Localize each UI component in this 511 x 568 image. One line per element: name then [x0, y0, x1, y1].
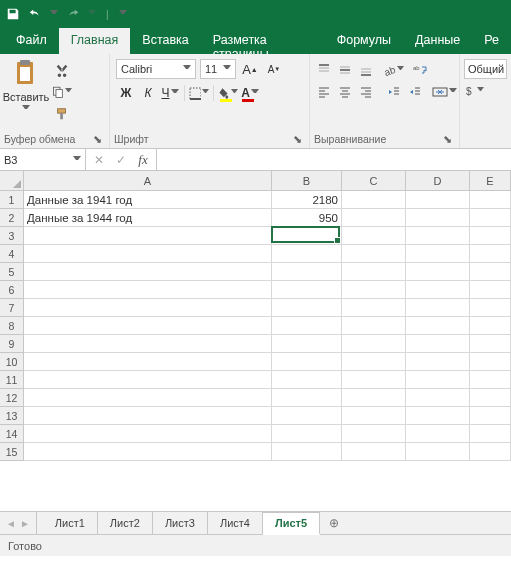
copy-icon[interactable] [52, 83, 72, 101]
cell-B1[interactable]: 2180 [272, 191, 342, 209]
tab-insert[interactable]: Вставка [130, 28, 200, 54]
cell-C14[interactable] [342, 425, 406, 443]
tab-pagelayout[interactable]: Разметка страницы [201, 28, 325, 54]
italic-button[interactable]: К [138, 83, 158, 103]
cell-C6[interactable] [342, 281, 406, 299]
cell-D15[interactable] [406, 443, 470, 461]
new-sheet-button[interactable]: ⊕ [320, 512, 348, 534]
row-header-8[interactable]: 8 [0, 317, 24, 335]
cell-D14[interactable] [406, 425, 470, 443]
sheet-tab-5[interactable]: Лист5 [263, 512, 320, 535]
cell-E13[interactable] [470, 407, 511, 425]
sheet-tab-3[interactable]: Лист3 [153, 512, 208, 534]
cell-E8[interactable] [470, 317, 511, 335]
align-dialog-launcher-icon[interactable]: ⬊ [441, 133, 453, 145]
cell-A6[interactable] [24, 281, 272, 299]
cell-E3[interactable] [470, 227, 511, 245]
sheet-tab-2[interactable]: Лист2 [98, 512, 153, 534]
cell-C11[interactable] [342, 371, 406, 389]
row-header-11[interactable]: 11 [0, 371, 24, 389]
cell-C3[interactable] [342, 227, 406, 245]
undo-dropdown[interactable] [50, 10, 58, 18]
insert-function-icon[interactable]: fx [132, 149, 154, 170]
paste-dropdown[interactable] [22, 105, 30, 113]
cell-D7[interactable] [406, 299, 470, 317]
cell-D13[interactable] [406, 407, 470, 425]
cell-B10[interactable] [272, 353, 342, 371]
cell-A10[interactable] [24, 353, 272, 371]
accounting-format-icon[interactable]: $ [464, 81, 484, 101]
row-header-7[interactable]: 7 [0, 299, 24, 317]
cell-B5[interactable] [272, 263, 342, 281]
cell-A4[interactable] [24, 245, 272, 263]
cell-D6[interactable] [406, 281, 470, 299]
cell-C10[interactable] [342, 353, 406, 371]
cell-B6[interactable] [272, 281, 342, 299]
row-header-9[interactable]: 9 [0, 335, 24, 353]
cell-E11[interactable] [470, 371, 511, 389]
bold-button[interactable]: Ж [116, 83, 136, 103]
cell-B13[interactable] [272, 407, 342, 425]
underline-button[interactable]: Ч [160, 83, 180, 103]
tab-file[interactable]: Файл [4, 28, 59, 54]
cell-A12[interactable] [24, 389, 272, 407]
cell-A2[interactable]: Данные за 1944 год [24, 209, 272, 227]
cell-D2[interactable] [406, 209, 470, 227]
cell-D5[interactable] [406, 263, 470, 281]
cell-E9[interactable] [470, 335, 511, 353]
sheet-tab-1[interactable]: Лист1 [43, 512, 98, 534]
cell-C8[interactable] [342, 317, 406, 335]
cell-D10[interactable] [406, 353, 470, 371]
tab-data[interactable]: Данные [403, 28, 472, 54]
formula-input[interactable] [157, 149, 511, 170]
cell-E5[interactable] [470, 263, 511, 281]
column-header-C[interactable]: C [342, 171, 406, 190]
cell-B14[interactable] [272, 425, 342, 443]
paste-button[interactable]: Вставить [0, 57, 52, 132]
cell-E7[interactable] [470, 299, 511, 317]
fill-color-icon[interactable] [218, 83, 238, 103]
tab-formulas[interactable]: Формулы [325, 28, 403, 54]
cell-B9[interactable] [272, 335, 342, 353]
align-top-icon[interactable] [314, 60, 334, 80]
decrease-indent-icon[interactable] [384, 82, 404, 102]
cell-E1[interactable] [470, 191, 511, 209]
cell-C15[interactable] [342, 443, 406, 461]
sheet-nav-prev-icon[interactable]: ◄ [6, 518, 16, 529]
cut-icon[interactable] [52, 61, 72, 79]
cell-B2[interactable]: 950 [272, 209, 342, 227]
cell-A7[interactable] [24, 299, 272, 317]
cell-A9[interactable] [24, 335, 272, 353]
shrink-font-icon[interactable]: A▼ [264, 59, 284, 79]
number-format-combo[interactable]: Общий [464, 59, 507, 79]
cell-C1[interactable] [342, 191, 406, 209]
wrap-text-icon[interactable]: ab [410, 60, 430, 80]
cell-C4[interactable] [342, 245, 406, 263]
undo-icon[interactable] [28, 7, 42, 21]
column-header-E[interactable]: E [470, 171, 511, 190]
cell-C13[interactable] [342, 407, 406, 425]
tab-review[interactable]: Ре [472, 28, 511, 54]
cell-E10[interactable] [470, 353, 511, 371]
row-header-12[interactable]: 12 [0, 389, 24, 407]
align-bottom-icon[interactable] [356, 60, 376, 80]
row-header-13[interactable]: 13 [0, 407, 24, 425]
font-color-icon[interactable]: A [240, 83, 260, 103]
cell-C9[interactable] [342, 335, 406, 353]
font-dialog-launcher-icon[interactable]: ⬊ [291, 133, 303, 145]
cell-D9[interactable] [406, 335, 470, 353]
align-right-icon[interactable] [356, 82, 376, 102]
row-header-14[interactable]: 14 [0, 425, 24, 443]
cell-A14[interactable] [24, 425, 272, 443]
cell-D11[interactable] [406, 371, 470, 389]
sheet-tab-4[interactable]: Лист4 [208, 512, 263, 534]
cell-A11[interactable] [24, 371, 272, 389]
font-name-combo[interactable]: Calibri [116, 59, 196, 79]
row-header-6[interactable]: 6 [0, 281, 24, 299]
cell-B3[interactable] [272, 227, 342, 245]
row-header-10[interactable]: 10 [0, 353, 24, 371]
row-header-2[interactable]: 2 [0, 209, 24, 227]
cell-A1[interactable]: Данные за 1941 год [24, 191, 272, 209]
row-header-5[interactable]: 5 [0, 263, 24, 281]
redo-icon[interactable] [66, 7, 80, 21]
